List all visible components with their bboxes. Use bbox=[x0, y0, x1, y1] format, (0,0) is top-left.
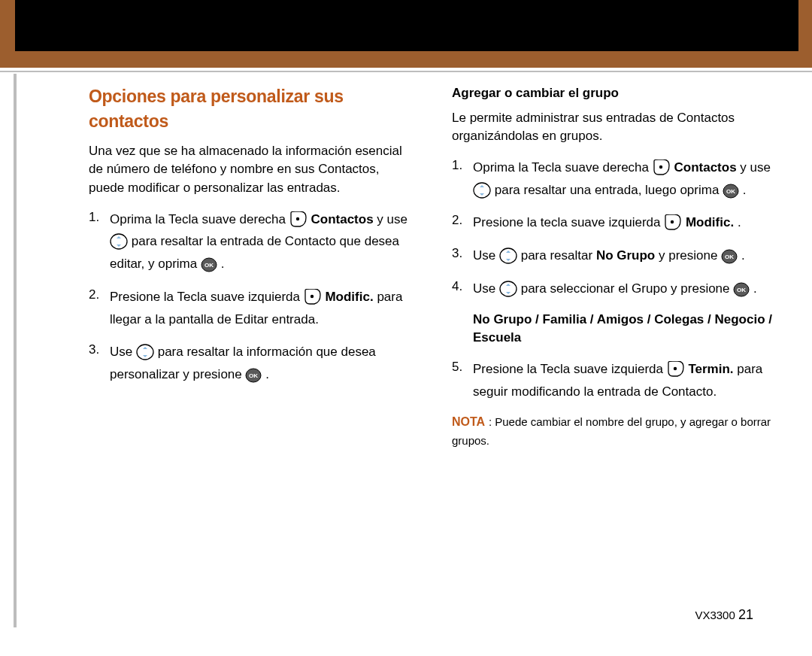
intro-text: Le permite administrar sus entradas de C… bbox=[452, 109, 779, 146]
list-item: 1. Oprima la Tecla suave derecha Contact… bbox=[89, 208, 416, 275]
note-text: : Puede cambiar el nombre del grupo, y a… bbox=[452, 415, 771, 447]
nav-key-icon bbox=[499, 281, 517, 297]
text: Use bbox=[110, 345, 136, 359]
step-number: 1. bbox=[89, 208, 102, 275]
divider-horizontal bbox=[0, 71, 812, 72]
text: para seleccionar el Grupo y presione bbox=[521, 281, 734, 296]
step-number: 3. bbox=[89, 341, 102, 386]
text: para resaltar bbox=[521, 248, 596, 263]
text: Presione la Tecla suave izquierda bbox=[473, 362, 667, 376]
note-label: NOTA bbox=[452, 415, 485, 428]
text: y use bbox=[377, 212, 408, 226]
left-column: Opciones para personalizar sus contactos… bbox=[89, 84, 416, 461]
nav-key-icon bbox=[136, 344, 154, 360]
softkey-icon bbox=[653, 159, 671, 176]
page-content: Opciones para personalizar sus contactos… bbox=[89, 84, 780, 461]
text: . bbox=[743, 183, 747, 197]
softkey-icon bbox=[664, 214, 682, 231]
softkey-icon bbox=[289, 211, 308, 228]
list-item: 5. Presione la Tecla suave izquierda Ter… bbox=[452, 358, 779, 403]
page-footer: VX3300 21 bbox=[695, 607, 753, 623]
softkey-icon bbox=[304, 289, 322, 305]
text: . bbox=[753, 281, 757, 296]
text: Use bbox=[473, 248, 499, 263]
text: para resaltar una entrada, luego oprima bbox=[495, 183, 723, 197]
list-item: 3. Use para resaltar la información que … bbox=[89, 341, 416, 386]
ok-key-icon bbox=[245, 368, 262, 383]
nav-key-icon bbox=[499, 248, 517, 264]
list-item: 1. Oprima la Tecla suave derecha Contact… bbox=[452, 156, 779, 202]
model-number: VX3300 bbox=[695, 609, 735, 621]
page-number: 21 bbox=[738, 607, 753, 622]
list-item: 4. Use para seleccionar el Grupo y presi… bbox=[452, 278, 779, 300]
text: Presione la Tecla suave izquierda bbox=[110, 290, 304, 304]
text: Oprima la Tecla suave derecha bbox=[473, 160, 653, 175]
text: Use bbox=[473, 281, 499, 296]
step-number: 5. bbox=[452, 358, 465, 403]
nav-key-icon bbox=[473, 182, 491, 199]
list-item: 3. Use para resaltar No Grupo y presione… bbox=[452, 244, 779, 267]
text: y use bbox=[740, 160, 771, 175]
subsection-title: Agregar o cambiar el grupo bbox=[452, 84, 779, 103]
text: . bbox=[221, 257, 225, 271]
nav-key-icon bbox=[110, 233, 128, 250]
ok-key-icon bbox=[201, 257, 217, 272]
list-item: 2. Presione la Tecla suave izquierda Mod… bbox=[89, 286, 416, 331]
text: . bbox=[265, 367, 269, 381]
text: . bbox=[738, 215, 741, 229]
right-column: Agregar o cambiar el grupo Le permite ad… bbox=[452, 84, 779, 461]
divider-vertical bbox=[14, 74, 17, 627]
header-band-inner bbox=[15, 0, 798, 51]
step-number: 2. bbox=[452, 211, 465, 234]
header-band bbox=[0, 0, 812, 68]
text-bold: Modific. bbox=[686, 215, 734, 229]
ok-key-icon bbox=[721, 249, 738, 264]
text-bold: No Grupo bbox=[596, 248, 655, 263]
ok-key-icon bbox=[723, 184, 739, 199]
text-bold: Contactos bbox=[311, 212, 374, 226]
text-bold: Modific. bbox=[325, 290, 373, 304]
text: Oprima la Tecla suave derecha bbox=[110, 212, 289, 226]
text-bold: Contactos bbox=[674, 160, 737, 175]
group-list: No Grupo / Familia / Amigos / Colegas / … bbox=[473, 311, 779, 348]
softkey-icon bbox=[667, 361, 685, 378]
step-number: 4. bbox=[452, 278, 465, 300]
text: y presione bbox=[659, 248, 721, 263]
step-number: 1. bbox=[452, 156, 465, 202]
step-number: 2. bbox=[89, 286, 102, 331]
list-item: 2. Presione la tecla suave izquierda Mod… bbox=[452, 211, 779, 234]
text-bold: Termin. bbox=[688, 362, 733, 376]
text: para resaltar la entrada de Contacto que… bbox=[110, 234, 399, 271]
text: Presione la tecla suave izquierda bbox=[473, 215, 664, 229]
text: . bbox=[741, 248, 745, 263]
ok-key-icon bbox=[733, 282, 750, 297]
step-number: 3. bbox=[452, 244, 465, 267]
intro-text: Una vez que se ha almacenado la informac… bbox=[89, 142, 416, 198]
section-title: Opciones para personalizar sus contactos bbox=[89, 84, 416, 135]
